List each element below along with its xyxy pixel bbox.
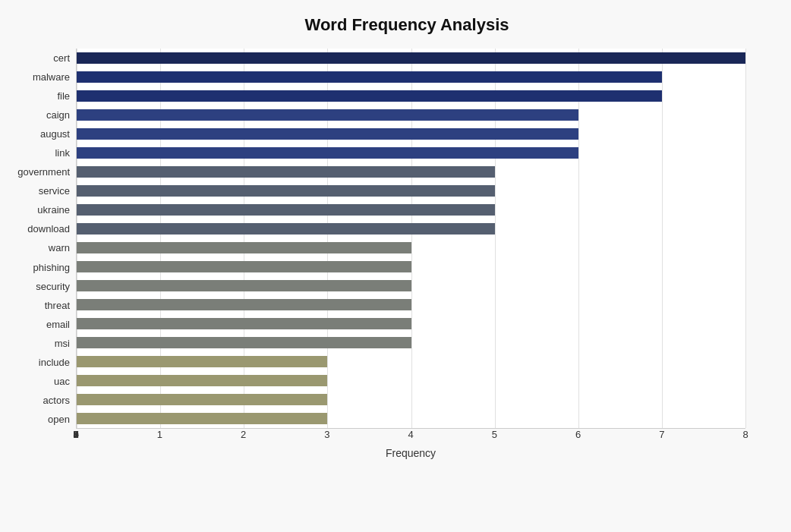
x-axis-label: Frequency [8,447,745,459]
bar [77,299,411,310]
chart-area: certmalwarefilecaignaugustlinkgovernment… [8,49,745,459]
y-label: download [8,219,76,238]
bar-row [77,181,745,200]
y-label: include [8,353,76,372]
bar-row [77,219,745,238]
bar [77,356,327,367]
bar [77,109,578,121]
y-label: link [8,143,76,162]
x-tick-label: 5 [492,429,497,440]
bar-row [77,238,745,257]
y-label: uac [8,372,76,391]
bar [77,71,662,83]
y-label: service [8,181,76,200]
y-label: file [8,87,76,105]
bar [77,394,327,405]
bar [77,166,495,178]
bars-and-grid [76,49,745,429]
y-label: phishing [8,258,76,277]
x-tick-label: 2 [241,429,246,440]
x-tick-label: 4 [408,429,413,440]
bar [77,128,578,140]
bar [77,261,411,272]
bar-row [77,390,745,409]
bar-row [77,49,745,68]
chart-container: Word Frequency Analysis certmalwarefilec… [0,0,791,532]
bar-row [77,87,745,105]
x-tick-label: 8 [73,429,78,440]
y-label: malware [8,68,76,87]
bar-row [77,105,745,124]
bar [77,147,578,159]
y-label: warn [8,238,76,257]
y-label: open [8,410,76,429]
y-label: security [8,277,76,296]
x-tick-label: 6 [575,429,581,440]
grid-line [745,49,746,428]
y-label: cert [8,49,76,68]
bar-rows [77,49,745,428]
x-tick-label: 1 [157,429,162,440]
y-label: threat [8,296,76,315]
bar [77,204,495,216]
bar-row [77,295,745,314]
y-label: email [8,315,76,334]
y-labels: certmalwarefilecaignaugustlinkgovernment… [8,49,76,429]
bar-row [77,314,745,333]
x-tick-label: 3 [324,429,329,440]
y-label: august [8,124,76,143]
y-label: caign [8,105,76,124]
bar [77,52,745,64]
x-ticks-row: 012345678012345678 [8,429,745,444]
bar-row [77,333,745,352]
bar-row [77,143,745,162]
bar-row [77,200,745,219]
bar [77,90,662,102]
bar-row [77,371,745,390]
bar [77,242,411,253]
bar [77,318,411,329]
bar [77,223,495,235]
bar [77,337,411,348]
x-tick-label: 8 [742,429,748,440]
bars-wrapper: certmalwarefilecaignaugustlinkgovernment… [8,49,745,429]
y-label: ukraine [8,200,76,219]
bar-row [77,276,745,295]
x-tick-label: 7 [659,429,664,440]
bar-row [77,124,745,143]
y-label: actors [8,391,76,410]
bar-row [77,257,745,276]
y-label: msi [8,334,76,353]
bar [77,185,495,197]
bar [77,413,327,424]
bar-row [77,352,745,371]
bar-row [77,162,745,181]
bar [77,375,327,386]
bar [77,280,411,291]
bar-row [77,409,745,428]
y-label: government [8,162,76,181]
bar-row [77,68,745,87]
chart-title: Word Frequency Analysis [8,15,745,35]
